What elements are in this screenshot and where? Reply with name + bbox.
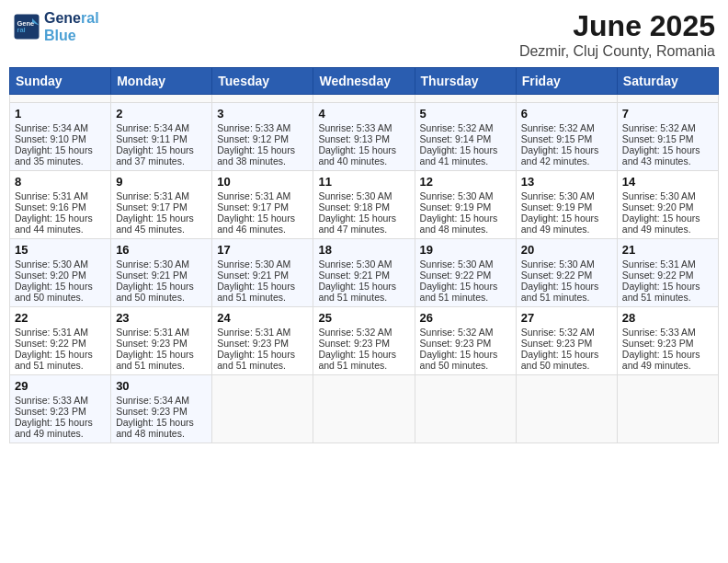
day-number: 25 bbox=[318, 311, 409, 325]
header-friday: Friday bbox=[516, 68, 617, 95]
calendar-cell: 1Sunrise: 5:34 AMSunset: 9:10 PMDaylight… bbox=[10, 103, 111, 171]
day-content: Sunrise: 5:32 AM bbox=[420, 327, 511, 338]
day-number: 13 bbox=[521, 175, 612, 189]
calendar-cell: 11Sunrise: 5:30 AMSunset: 9:18 PMDayligh… bbox=[313, 171, 415, 239]
calendar-cell: 21Sunrise: 5:31 AMSunset: 9:22 PMDayligh… bbox=[617, 239, 718, 307]
day-content: Sunset: 9:18 PM bbox=[318, 201, 409, 213]
svg-text:ral: ral bbox=[17, 26, 26, 34]
day-content: Sunset: 9:21 PM bbox=[116, 270, 207, 281]
day-content: and 43 minutes. bbox=[622, 155, 713, 167]
day-content: Sunset: 9:20 PM bbox=[15, 270, 106, 281]
day-content: Sunset: 9:13 PM bbox=[318, 133, 409, 144]
day-content: Sunrise: 5:31 AM bbox=[15, 327, 106, 338]
page-title: June 2025 bbox=[519, 9, 715, 43]
calendar-cell: 19Sunrise: 5:30 AMSunset: 9:22 PMDayligh… bbox=[415, 239, 516, 307]
day-number: 8 bbox=[15, 175, 106, 189]
day-content: Sunrise: 5:34 AM bbox=[15, 122, 106, 133]
day-content: Sunset: 9:15 PM bbox=[622, 133, 713, 144]
day-content: Daylight: 15 hours bbox=[116, 349, 207, 360]
day-content: Sunset: 9:23 PM bbox=[318, 338, 409, 349]
day-content: Daylight: 15 hours bbox=[420, 349, 511, 360]
day-content: Sunrise: 5:33 AM bbox=[622, 327, 713, 338]
day-content: Daylight: 15 hours bbox=[420, 213, 511, 224]
day-content: Daylight: 15 hours bbox=[622, 349, 713, 360]
calendar-cell: 7Sunrise: 5:32 AMSunset: 9:15 PMDaylight… bbox=[617, 103, 718, 171]
day-content: Sunrise: 5:31 AM bbox=[116, 190, 207, 201]
calendar-cell bbox=[415, 375, 516, 443]
calendar-cell: 26Sunrise: 5:32 AMSunset: 9:23 PMDayligh… bbox=[415, 307, 516, 375]
day-content: Daylight: 15 hours bbox=[15, 349, 106, 360]
day-content: Daylight: 15 hours bbox=[622, 281, 713, 292]
day-content: Daylight: 15 hours bbox=[521, 281, 612, 292]
day-content: Daylight: 15 hours bbox=[116, 281, 207, 292]
day-number: 9 bbox=[116, 175, 207, 189]
day-number: 11 bbox=[318, 175, 409, 189]
day-number: 21 bbox=[622, 243, 713, 257]
day-content: Sunset: 9:23 PM bbox=[217, 338, 308, 349]
day-content: Daylight: 15 hours bbox=[521, 349, 612, 360]
calendar-cell: 12Sunrise: 5:30 AMSunset: 9:19 PMDayligh… bbox=[415, 171, 516, 239]
day-number: 24 bbox=[217, 311, 308, 325]
day-content: Sunset: 9:22 PM bbox=[622, 270, 713, 281]
calendar-cell: 28Sunrise: 5:33 AMSunset: 9:23 PMDayligh… bbox=[617, 307, 718, 375]
day-content: Sunrise: 5:30 AM bbox=[15, 259, 106, 270]
day-content: Sunrise: 5:32 AM bbox=[622, 122, 713, 133]
calendar-cell: 3Sunrise: 5:33 AMSunset: 9:12 PMDaylight… bbox=[212, 103, 313, 171]
logo-text: General bbox=[44, 9, 99, 27]
day-content: Daylight: 15 hours bbox=[217, 144, 308, 155]
day-number: 5 bbox=[420, 107, 511, 121]
calendar-cell: 2Sunrise: 5:34 AMSunset: 9:11 PMDaylight… bbox=[111, 103, 212, 171]
day-number: 18 bbox=[318, 243, 409, 257]
day-number: 4 bbox=[318, 107, 409, 121]
calendar-cell: 5Sunrise: 5:32 AMSunset: 9:14 PMDaylight… bbox=[415, 103, 516, 171]
day-content: and 48 minutes. bbox=[420, 224, 511, 235]
day-content: and 35 minutes. bbox=[15, 155, 106, 167]
day-content: and 51 minutes. bbox=[622, 292, 713, 303]
day-content: Daylight: 15 hours bbox=[318, 144, 409, 155]
day-content: Sunrise: 5:30 AM bbox=[420, 259, 511, 270]
day-content: Daylight: 15 hours bbox=[217, 281, 308, 292]
day-number: 17 bbox=[217, 243, 308, 257]
calendar-header-row: SundayMondayTuesdayWednesdayThursdayFrid… bbox=[10, 68, 719, 95]
calendar-cell: 30Sunrise: 5:34 AMSunset: 9:23 PMDayligh… bbox=[111, 375, 212, 443]
calendar-cell: 4Sunrise: 5:33 AMSunset: 9:13 PMDaylight… bbox=[313, 103, 415, 171]
day-number: 7 bbox=[622, 107, 713, 121]
calendar-cell bbox=[516, 375, 617, 443]
header-tuesday: Tuesday bbox=[212, 68, 313, 95]
day-content: and 50 minutes. bbox=[521, 360, 612, 371]
calendar-cell: 29Sunrise: 5:33 AMSunset: 9:23 PMDayligh… bbox=[10, 375, 111, 443]
day-number: 29 bbox=[15, 379, 106, 393]
day-content: and 46 minutes. bbox=[217, 224, 308, 235]
day-number: 16 bbox=[116, 243, 207, 257]
day-content: Sunrise: 5:32 AM bbox=[521, 122, 612, 133]
day-content: Sunset: 9:10 PM bbox=[15, 133, 106, 144]
day-content: and 51 minutes. bbox=[318, 292, 409, 303]
calendar-cell: 22Sunrise: 5:31 AMSunset: 9:22 PMDayligh… bbox=[10, 307, 111, 375]
calendar-cell: 25Sunrise: 5:32 AMSunset: 9:23 PMDayligh… bbox=[313, 307, 415, 375]
day-content: Daylight: 15 hours bbox=[420, 281, 511, 292]
day-content: Sunrise: 5:31 AM bbox=[15, 190, 106, 201]
calendar-cell bbox=[212, 375, 313, 443]
day-content: Daylight: 15 hours bbox=[217, 213, 308, 224]
calendar-cell bbox=[111, 95, 212, 103]
calendar-cell: 10Sunrise: 5:31 AMSunset: 9:17 PMDayligh… bbox=[212, 171, 313, 239]
day-number: 23 bbox=[116, 311, 207, 325]
day-content: and 49 minutes. bbox=[521, 224, 612, 235]
day-content: and 50 minutes. bbox=[420, 360, 511, 371]
day-content: Sunrise: 5:34 AM bbox=[116, 395, 207, 406]
day-number: 10 bbox=[217, 175, 308, 189]
day-content: and 37 minutes. bbox=[116, 155, 207, 167]
day-content: and 47 minutes. bbox=[318, 224, 409, 235]
calendar-cell: 6Sunrise: 5:32 AMSunset: 9:15 PMDaylight… bbox=[516, 103, 617, 171]
day-content: Sunrise: 5:30 AM bbox=[318, 190, 409, 201]
calendar-cell: 24Sunrise: 5:31 AMSunset: 9:23 PMDayligh… bbox=[212, 307, 313, 375]
day-content: Sunrise: 5:33 AM bbox=[15, 395, 106, 406]
calendar-table: SundayMondayTuesdayWednesdayThursdayFrid… bbox=[9, 67, 719, 443]
day-content: and 49 minutes. bbox=[622, 360, 713, 371]
calendar-cell: 13Sunrise: 5:30 AMSunset: 9:19 PMDayligh… bbox=[516, 171, 617, 239]
day-content: Sunrise: 5:31 AM bbox=[622, 259, 713, 270]
day-content: and 49 minutes. bbox=[622, 224, 713, 235]
calendar-cell bbox=[313, 375, 415, 443]
day-content: Daylight: 15 hours bbox=[420, 144, 511, 155]
calendar-cell bbox=[10, 95, 111, 103]
